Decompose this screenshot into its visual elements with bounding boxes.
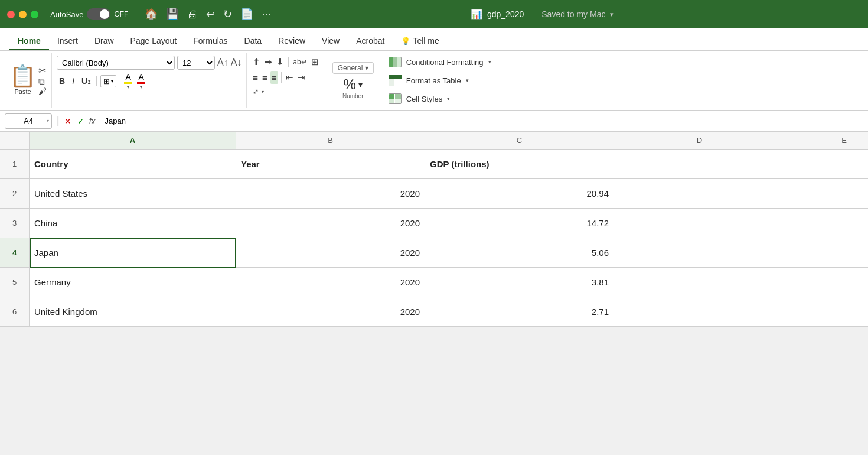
cell-a1[interactable]: Country: [30, 150, 236, 179]
underline-button[interactable]: U ▾: [79, 75, 93, 87]
italic-button[interactable]: I: [70, 75, 77, 87]
toggle-state: OFF: [114, 10, 128, 18]
redo-icon[interactable]: ↻: [223, 8, 232, 21]
tab-page-layout[interactable]: Page Layout: [122, 32, 185, 50]
tab-data[interactable]: Data: [236, 32, 270, 50]
font-size-select[interactable]: 12: [177, 56, 215, 70]
cell-c3[interactable]: 14.72: [425, 209, 614, 238]
close-button[interactable]: [7, 11, 15, 18]
col-header-d[interactable]: D: [614, 132, 785, 150]
save-icon[interactable]: 💾: [166, 8, 179, 21]
cell-a5[interactable]: Germany: [30, 268, 236, 297]
formula-input[interactable]: [100, 116, 863, 125]
border-button[interactable]: ⊞ ▾: [100, 75, 116, 87]
align-left-button[interactable]: ≡: [252, 72, 259, 84]
tab-acrobat[interactable]: Acrobat: [348, 32, 393, 50]
tab-draw[interactable]: Draw: [86, 32, 122, 50]
cell-d2[interactable]: [614, 179, 785, 209]
copy-button[interactable]: ⧉: [38, 77, 47, 86]
col-header-b[interactable]: B: [236, 132, 425, 150]
cell-reference-box[interactable]: A4 ▾: [5, 113, 52, 129]
undo-icon[interactable]: ↩: [206, 8, 215, 21]
row-header-1: 1: [0, 150, 30, 179]
align-center-button[interactable]: ≡: [261, 72, 269, 84]
minimize-button[interactable]: [19, 11, 27, 18]
print-icon[interactable]: 🖨: [187, 8, 198, 21]
confirm-formula-icon[interactable]: ✓: [77, 116, 84, 126]
cell-c6[interactable]: 2.71: [425, 297, 614, 327]
percent-button[interactable]: %▾: [344, 76, 363, 93]
font-family-select[interactable]: Calibri (Body): [57, 56, 175, 70]
align-right-button[interactable]: ≡: [270, 72, 278, 84]
cut-button[interactable]: ✂: [38, 66, 47, 76]
cell-a3[interactable]: China: [30, 209, 236, 238]
wrap-text-button[interactable]: ab↵: [292, 57, 308, 67]
cell-d5[interactable]: [614, 268, 785, 297]
merge-button[interactable]: ⊞: [310, 56, 320, 69]
align-bottom-button[interactable]: ⬇: [275, 56, 285, 69]
tab-insert[interactable]: Insert: [49, 32, 86, 50]
cell-e5[interactable]: [785, 268, 868, 297]
more-icon[interactable]: ···: [262, 8, 270, 21]
cell-a6[interactable]: United Kingdom: [30, 297, 236, 327]
tab-view[interactable]: View: [314, 32, 348, 50]
indent-decrease-button[interactable]: ⇤: [285, 71, 295, 84]
cell-d6[interactable]: [614, 297, 785, 327]
cell-e4[interactable]: [785, 238, 868, 268]
cell-c2[interactable]: 20.94: [425, 179, 614, 209]
title-separator: —: [528, 9, 537, 19]
number-format-select[interactable]: General ▾: [332, 62, 374, 74]
autosave-toggle[interactable]: [87, 8, 110, 20]
bold-button[interactable]: B: [57, 75, 67, 87]
font-size-decrease[interactable]: A↓: [231, 57, 242, 68]
align-row-1: ⬆ ➡ ⬇ ab↵ ⊞: [252, 56, 319, 69]
cell-c5[interactable]: 3.81: [425, 268, 614, 297]
cell-e1[interactable]: [785, 150, 868, 179]
tab-tell-me[interactable]: 💡 Tell me: [393, 32, 447, 50]
cell-b4[interactable]: 2020: [236, 238, 425, 268]
home-icon[interactable]: 🏠: [145, 8, 158, 21]
tab-home[interactable]: Home: [9, 32, 49, 50]
cell-ref-arrow: ▾: [47, 118, 49, 124]
cell-c1[interactable]: GDP (trillions): [425, 150, 614, 179]
cell-b3[interactable]: 2020: [236, 209, 425, 238]
indent-increase-button[interactable]: ⇥: [296, 71, 306, 84]
col-header-a[interactable]: A: [30, 132, 236, 150]
align-row-3: ⤢ ▾: [252, 86, 319, 97]
cell-b1[interactable]: Year: [236, 150, 425, 179]
cell-e3[interactable]: [785, 209, 868, 238]
col-header-e[interactable]: E: [785, 132, 868, 150]
tab-review[interactable]: Review: [270, 32, 314, 50]
format-as-table-button[interactable]: Format as Table ▾: [386, 74, 858, 87]
font-color-button[interactable]: A ▾: [137, 72, 145, 90]
align-top-button[interactable]: ⬆: [252, 56, 262, 69]
conditional-formatting-button[interactable]: Conditional Formatting ▾: [386, 56, 858, 69]
highlight-color-button[interactable]: A ▾: [124, 72, 132, 90]
font-size-increase[interactable]: A↑: [217, 57, 229, 68]
col-header-c[interactable]: C: [425, 132, 614, 150]
cell-a2[interactable]: United States: [30, 179, 236, 209]
cancel-formula-icon[interactable]: ✕: [64, 116, 71, 126]
align-middle-button[interactable]: ➡: [263, 56, 273, 69]
excel-icon: 📊: [471, 9, 482, 20]
cell-e2[interactable]: [785, 179, 868, 209]
saved-chevron[interactable]: ▾: [610, 11, 614, 18]
cell-b2[interactable]: 2020: [236, 179, 425, 209]
cell-d4[interactable]: [614, 238, 785, 268]
paste-button[interactable]: 📋 Paste: [9, 66, 36, 95]
cell-b6[interactable]: 2020: [236, 297, 425, 327]
share-icon[interactable]: 📄: [240, 8, 253, 21]
tab-formulas[interactable]: Formulas: [185, 32, 236, 50]
cell-b5[interactable]: 2020: [236, 268, 425, 297]
cell-d1[interactable]: [614, 150, 785, 179]
maximize-button[interactable]: [31, 11, 38, 18]
format-painter-button[interactable]: 🖌: [38, 87, 47, 95]
cell-a4[interactable]: Japan: [30, 238, 236, 268]
paste-small-buttons: ✂ ⧉ 🖌: [38, 66, 47, 95]
orientation-button[interactable]: ⤢: [252, 86, 260, 97]
cell-e6[interactable]: [785, 297, 868, 327]
cell-d3[interactable]: [614, 209, 785, 238]
cell-styles-button[interactable]: Cell Styles ▾: [386, 92, 858, 105]
cell-c4[interactable]: 5.06: [425, 238, 614, 268]
cf-dropdown-arrow: ▾: [488, 59, 491, 65]
